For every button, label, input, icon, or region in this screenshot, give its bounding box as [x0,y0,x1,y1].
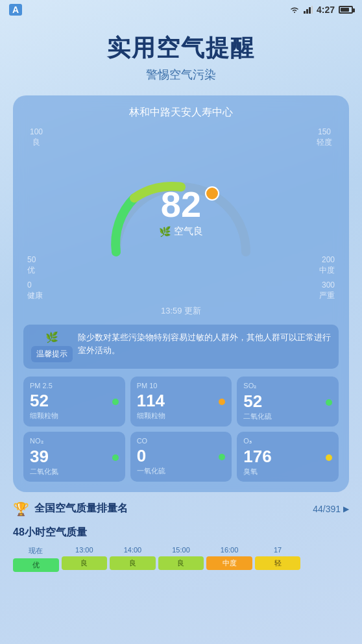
metric-dot-no2 [112,454,119,461]
hour-label: 13:00 [75,546,93,554]
leaf-icon: 🌿 [45,331,58,343]
metric-name-co: 一氧化硫 [137,466,226,476]
scale-150-label: 轻度 [317,138,332,148]
scale-50-label: 优 [27,266,35,276]
metric-name-no2: 二氧化氮 [30,467,119,477]
metrics-grid: PM 2.5 52 细颗粒物 PM 10 114 细颗粒物 SO₂ 52 二氧化… [23,377,339,482]
app-subtitle: 警惕空气污染 [13,67,349,82]
location-title: 林和中路天安人寿中心 [23,106,339,119]
aqi-value: 82 [159,187,203,223]
hour-col: 13:00 良 [62,546,108,572]
ranking-left: 🏆 全国空气质量排量名 [13,501,128,517]
main-card: 林和中路天安人寿中心 100 良 150 轻度 82 🌿 空气 [13,95,349,492]
metric-value-pm25: 52 [30,391,49,411]
hour-col: 16:00 中度 [206,546,252,572]
metric-dot-so2 [326,399,332,406]
scale-100-label: 良 [32,138,40,148]
hour-col: 现在 优 [13,546,59,572]
metric-label-pm25: PM 2.5 [30,382,119,390]
hour-label: 现在 [29,546,43,556]
metric-name-so2: 二氧化硫 [243,412,332,421]
app-icon: A [9,4,22,16]
update-time: 13:59 更新 [23,305,339,317]
alert-tag: 温馨提示 [31,346,73,362]
scale-300: 300 [322,280,335,291]
trophy-icon: 🏆 [13,501,29,517]
svg-rect-2 [309,7,311,14]
metric-label-co: CO [137,437,226,445]
app-title: 实用空气提醒 [13,32,349,64]
svg-rect-0 [304,11,306,14]
metric-card-so2: SO₂ 52 二氧化硫 [237,377,339,427]
header: 实用空气提醒 警惕空气污染 [0,19,362,89]
hourly-title: 48小时空气质量 [13,526,349,539]
metric-name-pm25: 细颗粒物 [30,411,119,421]
metric-value-o3: 176 [243,447,271,467]
metric-label-pm10: PM 10 [137,382,226,390]
hourly-grid: 现在 优 13:00 良 14:00 良 15:00 良 16:00 中度 17… [13,546,349,572]
ranking-title: 全国空气质量排量名 [34,502,128,515]
scale-200: 200 [322,255,335,266]
metric-value-so2: 52 [243,391,262,412]
aqi-label: 🌿 空气良 [159,226,203,238]
metric-card-o3: O₃ 176 臭氧 [237,432,339,482]
metric-value-no2: 39 [30,447,49,467]
hour-badge: 良 [62,556,108,570]
metric-label-o3: O₃ [243,437,332,445]
svg-point-4 [206,187,219,200]
metric-card-pm25: PM 2.5 52 细颗粒物 [23,377,125,427]
metric-card-no2: NO₂ 39 二氧化氮 [23,432,125,482]
gauge-scale-labels: 100 良 150 轻度 [23,127,339,147]
hour-badge: 良 [110,556,156,570]
gauge-center: 82 🌿 空气良 [159,187,203,238]
metric-name-o3: 臭氧 [243,467,332,477]
metric-card-co: CO 0 一氧化硫 [130,432,232,482]
status-bar: A 4:27 [0,0,362,19]
metric-label-no2: NO₂ [30,437,119,445]
chevron-right-icon: ▶ [343,504,349,514]
hour-badge: 良 [158,556,204,570]
hour-label: 15:00 [172,546,190,554]
metric-value-pm10: 114 [137,391,165,411]
hour-label: 16:00 [221,546,239,554]
scale-0: 0 [27,280,32,291]
scale-100: 100 [30,127,43,138]
ranking-right: 44/391 ▶ [313,504,349,514]
battery-icon [339,6,353,14]
gauge-container: 82 🌿 空气良 [97,151,265,268]
time-display: 4:27 [317,5,335,15]
wifi-icon [289,6,300,14]
scale-50: 50 [27,255,36,266]
metric-dot-o3 [326,454,332,461]
hour-badge: 中度 [206,556,252,570]
hour-label: 17 [274,546,282,554]
scale-0-label: 健康 [27,291,43,301]
ranking-section[interactable]: 🏆 全国空气质量排量名 44/391 ▶ [13,501,349,517]
hour-col: 15:00 良 [158,546,204,572]
hour-col: 17 轻 [255,546,301,572]
metric-dot-pm10 [219,399,225,405]
svg-rect-1 [306,9,308,14]
signal-icon [304,6,313,14]
svg-rect-3 [311,6,313,14]
scale-200-label: 中度 [319,266,335,276]
alert-box: 🌿 温馨提示 除少数对某些污染物特别容易过敏的人群外，其他人群可以正常进行室外活… [23,325,339,369]
hourly-section: 48小时空气质量 现在 优 13:00 良 14:00 良 15:00 良 16… [13,526,349,572]
metric-dot-co [219,454,225,460]
hour-badge: 优 [13,558,59,572]
metric-name-pm10: 细颗粒物 [137,411,226,421]
metric-label-so2: SO₂ [243,382,332,390]
scale-150: 150 [318,127,331,138]
hour-label: 14:00 [124,546,142,554]
hour-badge: 轻 [255,556,301,570]
ranking-value: 44/391 [313,504,341,514]
hour-col: 14:00 良 [110,546,156,572]
scale-300-label: 严重 [319,291,335,301]
metric-card-pm10: PM 10 114 细颗粒物 [130,377,232,427]
metric-dot-pm25 [112,399,119,405]
metric-value-co: 0 [137,446,146,466]
alert-text: 除少数对某些污染物特别容易过敏的人群外，其他人群可以正常进行室外活动。 [78,331,331,358]
